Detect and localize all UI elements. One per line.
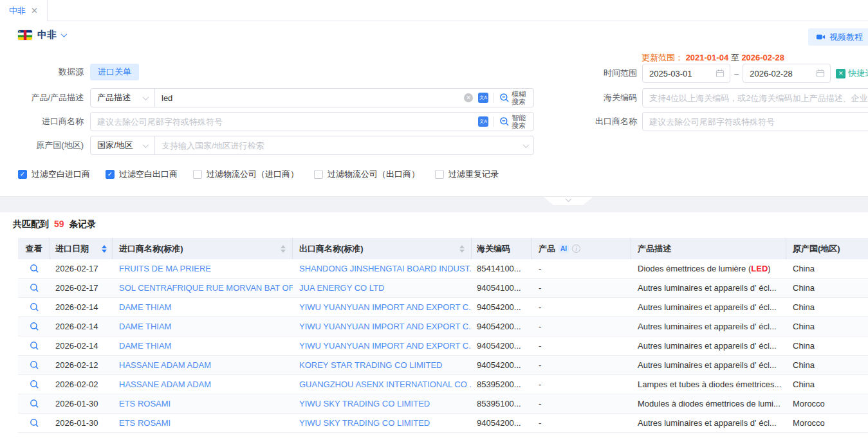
origin-country-input[interactable] <box>155 141 524 151</box>
filter-checkbox[interactable]: ✓ 过滤重复记录 <box>435 169 499 180</box>
fuzzy-search-button[interactable]: 模糊搜索 <box>499 90 528 105</box>
column-header-exporter[interactable]: 出口商名称(标准) <box>293 238 472 259</box>
tab-label: 中非 <box>9 5 26 17</box>
hs-code-input[interactable] <box>643 93 868 103</box>
tab-bar: 中非 ✕ <box>0 0 868 21</box>
table-row: 2026-02-14 DAME THIAM YIWU YUANYUAN IMPO… <box>18 336 868 356</box>
row-product: - <box>532 380 631 389</box>
quick-select-button[interactable]: ✕ 快捷选择 <box>836 68 868 79</box>
row-importer-link[interactable]: SOL CENTRAFRIQUE RUE MORVAN BAT OF... <box>113 283 293 293</box>
filter-checkbox[interactable]: ✓ 过滤物流公司（出口商） <box>314 169 420 180</box>
row-exporter-link[interactable]: YIWU SKY TRADING CO LIMITED <box>293 418 472 428</box>
checkbox-icon: ✓ <box>435 170 444 179</box>
video-tutorial-button[interactable]: 视频教程 <box>808 28 868 46</box>
view-magnifier-icon[interactable] <box>30 341 39 351</box>
row-importer-link[interactable]: ETS ROSAMI <box>113 418 293 428</box>
sort-icon[interactable] <box>281 245 286 253</box>
row-importer-link[interactable]: HASSANE ADAM ADAM <box>113 360 293 370</box>
clear-input-icon[interactable]: ✕ <box>464 93 473 102</box>
product-type-select[interactable]: 产品描述 <box>91 89 155 107</box>
view-magnifier-icon[interactable] <box>30 302 39 312</box>
column-header-importer[interactable]: 进口商名称(标准) <box>113 238 293 259</box>
table-row: 2026-01-30 ETS ROSAMI YIWU SKY TRADING C… <box>18 394 868 414</box>
row-import-date: 2026-02-14 <box>50 302 113 312</box>
row-importer-link[interactable]: DAME THIAM <box>113 322 293 331</box>
translate-icon[interactable]: 文A <box>478 116 488 127</box>
row-hs-code: 85395200... <box>472 380 532 389</box>
view-magnifier-icon[interactable] <box>30 283 39 293</box>
time-range-end-input[interactable] <box>743 69 816 78</box>
row-importer-link[interactable]: DAME THIAM <box>113 302 293 312</box>
row-origin-country: China <box>786 264 868 273</box>
column-header-view: 查看 <box>18 238 50 259</box>
tab-close-icon[interactable]: ✕ <box>31 6 38 15</box>
view-magnifier-icon[interactable] <box>30 360 39 370</box>
country-selector[interactable]: 中非 <box>18 29 66 41</box>
column-header-date[interactable]: 进口日期 <box>50 238 113 259</box>
results-panel: 共匹配到 59 条记录 查看 进口日期 进口商名称(标准) 出口商名称(标准) … <box>0 212 868 440</box>
view-magnifier-icon[interactable] <box>30 399 39 408</box>
exporter-input[interactable] <box>643 117 868 127</box>
view-magnifier-icon[interactable] <box>30 418 39 428</box>
row-origin-country: China <box>786 322 868 331</box>
row-exporter-link[interactable]: GUANGZHOU ASENX INTERNATIONAL CO ... <box>293 380 472 389</box>
time-range-end-input-box <box>743 64 831 83</box>
row-product-desc: Diodes émettrices de lumière (LED) <box>631 264 786 273</box>
view-magnifier-icon[interactable] <box>30 380 39 389</box>
origin-country-input-group: 国家/地区 <box>90 136 534 155</box>
filter-checkbox[interactable]: ✓ 过滤物流公司（进口商） <box>193 169 299 180</box>
row-product: - <box>532 399 631 408</box>
product-search-input[interactable] <box>155 93 464 103</box>
table-row: 2026-02-17 FRUITS DE MA PRIERE SHANDONG … <box>18 259 868 279</box>
row-exporter-link[interactable]: YIWU YUANYUAN IMPORT AND EXPORT C... <box>293 302 472 312</box>
row-hs-code: 85414100... <box>472 264 532 273</box>
filter-checkbox[interactable]: ✓ 过滤空白进口商 <box>18 169 90 180</box>
collapse-panel-button[interactable] <box>544 197 593 205</box>
column-header-desc: 产品描述 <box>631 238 786 259</box>
chevron-down-icon <box>143 142 149 148</box>
sort-icon[interactable] <box>459 245 465 253</box>
row-product: - <box>532 418 631 428</box>
update-range-start: 2021-01-04 <box>686 53 729 62</box>
view-magnifier-icon[interactable] <box>30 264 39 273</box>
row-origin-country: China <box>786 341 868 351</box>
view-magnifier-icon[interactable] <box>30 322 39 331</box>
row-import-date: 2026-02-14 <box>50 322 113 331</box>
row-exporter-link[interactable]: KOREY STAR TRADING CO LIMITED <box>293 360 472 370</box>
table-row <box>18 433 868 440</box>
row-importer-link[interactable]: HASSANE ADAM ADAM <box>113 380 293 389</box>
table-row: 2026-02-12 HASSANE ADAM ADAM KOREY STAR … <box>18 356 868 375</box>
smart-search-button[interactable]: 智能搜索 <box>499 114 528 129</box>
row-exporter-link[interactable]: SHANDONG JINSHENGTAI BOARD INDUST... <box>293 264 472 273</box>
video-icon <box>816 32 826 42</box>
hs-code-label: 海关编码 <box>553 92 642 104</box>
calendar-icon[interactable] <box>816 69 825 78</box>
calendar-icon[interactable] <box>716 69 725 78</box>
country-name: 中非 <box>37 29 57 41</box>
product-label: 产品/产品描述 <box>0 92 90 104</box>
filter-checkbox[interactable]: ✓ 过滤空白出口商 <box>106 169 178 180</box>
row-exporter-link[interactable]: YIWU YUANYUAN IMPORT AND EXPORT C... <box>293 322 472 331</box>
row-product: - <box>532 264 631 273</box>
update-range-to: 至 <box>731 53 739 62</box>
sort-icon[interactable] <box>102 245 107 253</box>
translate-icon[interactable]: 文A <box>478 93 488 103</box>
row-exporter-link[interactable]: YIWU SKY TRADING CO LIMITED <box>293 399 472 408</box>
row-import-date: 2026-02-14 <box>50 341 113 351</box>
info-icon[interactable]: i <box>572 244 580 253</box>
row-importer-link[interactable]: DAME THIAM <box>113 341 293 351</box>
chevron-down-icon[interactable] <box>523 142 530 148</box>
row-importer-link[interactable]: ETS ROSAMI <box>113 399 293 408</box>
row-importer-link[interactable]: FRUITS DE MA PRIERE <box>113 264 293 273</box>
checkbox-label: 过滤物流公司（出口商） <box>328 169 420 180</box>
origin-country-type-select[interactable]: 国家/地区 <box>91 136 155 154</box>
row-exporter-link[interactable]: JUA ENERGY CO LTD <box>293 283 472 293</box>
time-range-start-input[interactable] <box>643 69 716 78</box>
checkbox-icon: ✓ <box>18 170 27 179</box>
row-hs-code: 94054200... <box>472 322 532 331</box>
row-exporter-link[interactable]: YIWU YUANYUAN IMPORT AND EXPORT C... <box>293 341 472 351</box>
data-source-import-button[interactable]: 进口关单 <box>90 64 139 80</box>
importer-input[interactable] <box>91 117 478 127</box>
row-product-desc: Autres luminaires et appareils d' écl... <box>631 418 786 428</box>
tab-zhongfei[interactable]: 中非 ✕ <box>0 0 48 21</box>
